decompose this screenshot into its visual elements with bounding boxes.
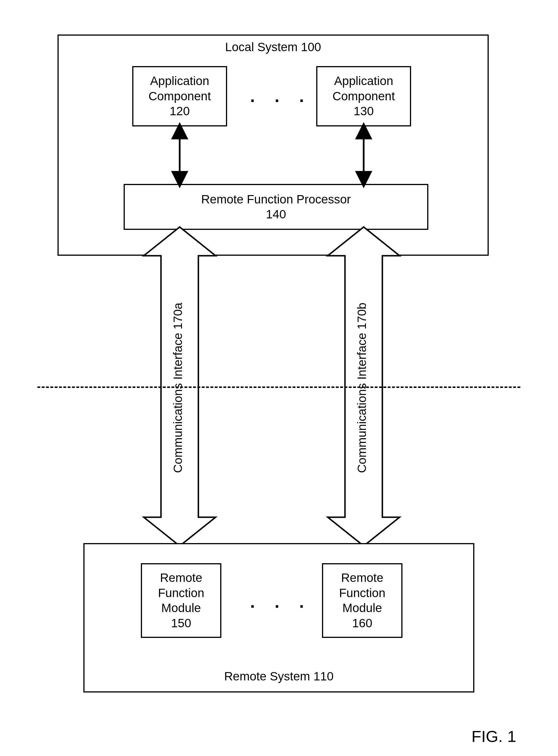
remote-function-module-160: Remote Function Module 160 <box>322 563 403 638</box>
app-component-120: Application Component 120 <box>132 66 227 126</box>
remote-system-title: Remote System 110 <box>83 670 474 683</box>
remote-function-module-150: Remote Function Module 150 <box>141 563 221 638</box>
rfm-150-line2: Function <box>158 585 204 601</box>
boundary-dashed-line <box>37 387 521 388</box>
rfm-160-line1: Remote <box>341 570 383 585</box>
app-comp-130-line1: Application <box>334 74 393 89</box>
rfm-160-line2: Function <box>339 585 385 601</box>
remote-function-processor: Remote Function Processor 140 <box>124 184 428 230</box>
local-system-title: Local System 100 <box>57 40 489 54</box>
rfm-160-line3: Module <box>343 601 382 616</box>
rfp-line2: 140 <box>266 207 286 222</box>
figure-label: FIG. 1 <box>472 727 516 746</box>
comm-interface-170a-label: Communications Interface 170a <box>171 270 185 506</box>
rfm-150-line3: Module <box>161 601 201 616</box>
comm-interface-170b-label: Communications Interface 170b <box>355 270 369 506</box>
rfm-160-line4: 160 <box>352 616 372 631</box>
app-comp-120-line2: Component <box>148 89 211 104</box>
app-comp-130-line3: 130 <box>354 104 374 119</box>
app-comp-120-line3: 120 <box>170 104 190 119</box>
app-comp-ellipsis: . . . <box>250 86 311 106</box>
rfm-ellipsis: . . . <box>250 592 311 612</box>
app-comp-130-line2: Component <box>332 89 395 104</box>
rfp-line1: Remote Function Processor <box>201 192 351 207</box>
rfm-150-line4: 150 <box>171 616 191 631</box>
app-comp-120-line1: Application <box>150 74 209 89</box>
app-component-130: Application Component 130 <box>316 66 411 126</box>
rfm-150-line1: Remote <box>160 570 202 585</box>
